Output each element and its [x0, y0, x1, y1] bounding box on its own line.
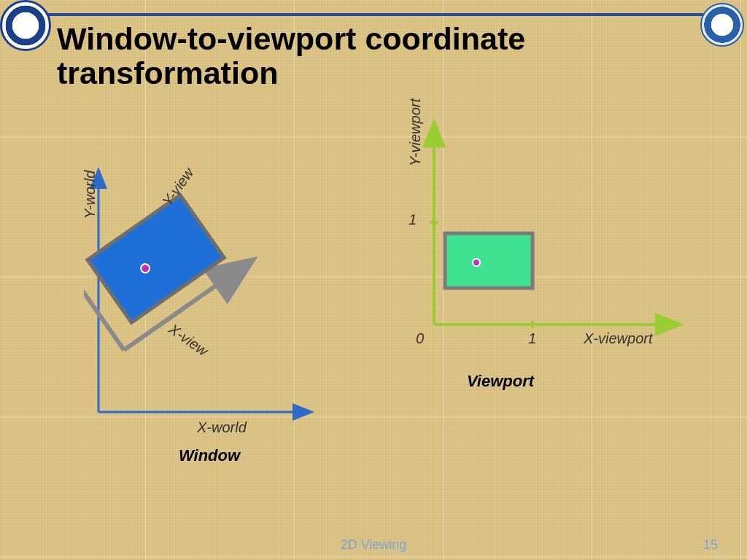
logo-left [0, 0, 51, 51]
y-world-label: Y-world [82, 171, 98, 219]
x-viewport-label: X-viewport [584, 330, 652, 347]
window-diagram [84, 164, 332, 427]
viewport-rect [445, 233, 533, 288]
page-number: 15 [703, 537, 718, 553]
x-world-label: X-world [197, 419, 247, 436]
y-tick-1-label: 1 [409, 211, 417, 228]
viewport-diagram [419, 117, 697, 335]
origin-tick-label: 0 [416, 330, 424, 347]
window-rect [88, 195, 224, 322]
window-caption: Window [179, 446, 240, 465]
viewport-caption: Viewport [467, 372, 534, 391]
footer-title: 2D Viewing [0, 537, 747, 553]
title-rule [36, 13, 740, 16]
logo-right [700, 3, 744, 47]
slide-title: Window-to-viewport coordinate transforma… [57, 22, 689, 91]
y-viewport-label: Y-viewport [407, 98, 424, 166]
viewport-point [473, 259, 480, 266]
x-tick-1-label: 1 [528, 330, 536, 347]
